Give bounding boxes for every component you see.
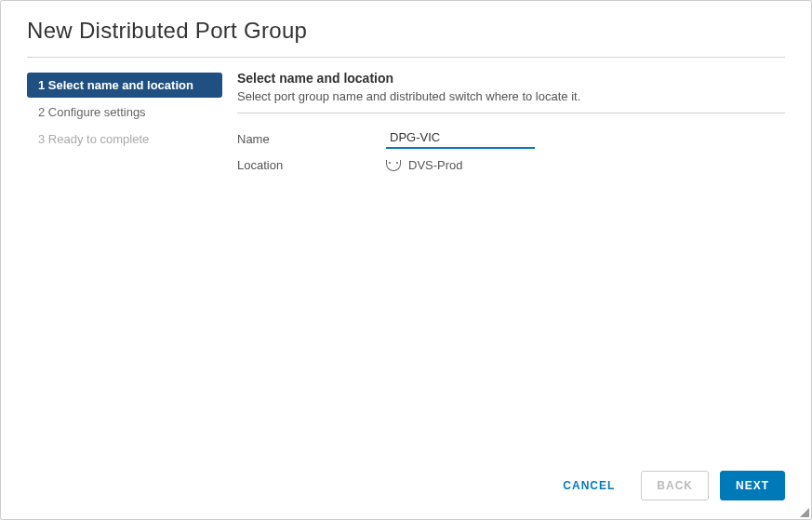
location-label: Location (237, 158, 386, 172)
dialog-title: New Distributed Port Group (27, 18, 785, 44)
dialog-header: New Distributed Port Group (1, 1, 811, 57)
resize-handle[interactable] (798, 506, 809, 517)
wizard-steps: 1 Select name and location 2 Configure s… (27, 71, 222, 456)
location-value: DVS-Prod (386, 158, 463, 172)
step-ready-to-complete[interactable]: 3 Ready to complete (27, 127, 222, 152)
back-button[interactable]: BACK (641, 471, 709, 500)
content-area: Select name and location Select port gro… (232, 71, 785, 456)
wizard-dialog: New Distributed Port Group 1 Select name… (0, 0, 812, 520)
section-description: Select port group name and distributed s… (237, 89, 785, 103)
switch-icon (386, 160, 401, 171)
form-row-name: Name (237, 128, 785, 149)
step-select-name-location[interactable]: 1 Select name and location (27, 73, 222, 98)
name-input[interactable] (386, 128, 535, 149)
section-title: Select name and location (237, 71, 785, 86)
dialog-footer: CANCEL BACK NEXT (1, 456, 811, 519)
name-label: Name (237, 132, 386, 146)
form-row-location: Location DVS-Prod (237, 158, 785, 172)
cancel-button[interactable]: CANCEL (548, 472, 630, 500)
dialog-body: 1 Select name and location 2 Configure s… (1, 58, 811, 456)
next-button[interactable]: NEXT (720, 471, 785, 500)
section-divider (237, 113, 785, 113)
location-text: DVS-Prod (408, 158, 463, 172)
step-configure-settings[interactable]: 2 Configure settings (27, 100, 222, 125)
